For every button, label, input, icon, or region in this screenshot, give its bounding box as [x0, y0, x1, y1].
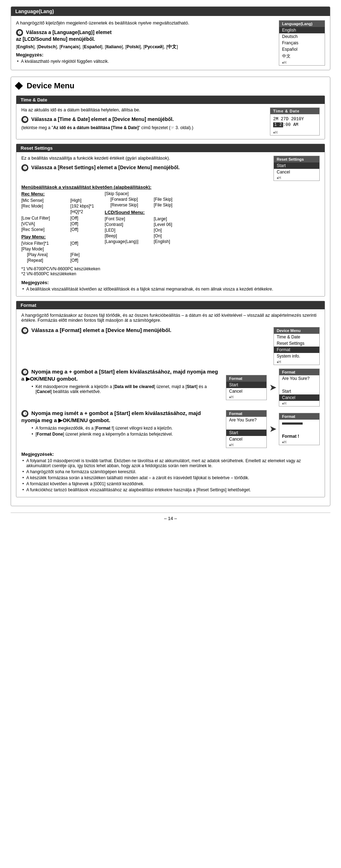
device-menu-title: Device Menu [16, 81, 325, 90]
skip-space-group: [Skip Space] [Forward Skip][File Skip] [… [105, 191, 176, 208]
lcd-val-5: [English] [154, 239, 170, 244]
reset-note-item: A beállítások visszaállítását követően a… [21, 287, 320, 292]
rec-row-3: [HQ]*2 [21, 209, 94, 214]
language-screen-cursor: ♦H [279, 60, 325, 65]
language-section-header: Language(Lang) [11, 7, 330, 16]
format-step2-circle: ❷ [21, 369, 28, 376]
play-row-1: [Voice Filter]*1[Off] [21, 241, 94, 246]
lcd-key-5: [Language(Lang)] [105, 239, 151, 244]
format-description: A hangrögzítő formázásakor az összes fáj… [21, 313, 320, 323]
time-date-text: Ha az aktuális idő és a dátum beállítása… [21, 107, 264, 130]
format-ays-title-1: Format [279, 369, 319, 375]
format-step3-title: ❸ Nyomja meg ismét a + gombot a [Start] … [21, 410, 220, 424]
format-step2-title: ❷ Nyomja meg a + gombot a [Start] elem k… [21, 369, 220, 382]
menu-defaults-title: Menübeállítások a visszaállítást követőe… [21, 184, 320, 190]
reset-settings-header: Reset Settings [16, 144, 325, 152]
format-body: A hangrögzítő formázásakor az összes fáj… [16, 309, 325, 497]
device-menu-body: Device Menu Time & Date Ha az aktuális i… [11, 77, 330, 506]
format-ays-title-2: Format [226, 410, 266, 417]
time-date-line1: 2M 27D 2010Y [273, 116, 316, 122]
lcd-val-2: [Level 06] [154, 222, 172, 227]
step1-circle: ❶ [16, 29, 23, 36]
format-step2-row: ❷ Nyomja meg a + gombot a [Start] elem k… [21, 369, 320, 407]
format-note-2: A hangrögzítőt soha ne formázza számítóg… [21, 469, 320, 474]
format-empty-1 [279, 427, 319, 433]
format-step1-circle: ❶ [21, 327, 28, 334]
rec-val-6: [Off] [70, 221, 78, 226]
language-step1-title: ❶ Válassza a [Language(Lang)] elemetaz [… [16, 29, 273, 42]
page: Language(Lang) A hangrögzítő kijelzőjén … [0, 0, 341, 527]
lcd-key-2: [Contrast] [105, 222, 151, 227]
forward-skip-key: [Forward Skip] [105, 197, 151, 202]
time-date-step1-note: (tekintse meg a "Az idő és a dátum beáll… [21, 125, 264, 130]
language-section-body: A hangrögzítő kijelzőjén megjelenő üzene… [11, 16, 330, 70]
time-date-description: Ha az aktuális idő és a dátum beállítása… [21, 107, 264, 112]
format-step2-text: ❷ Nyomja meg a + gombot a [Start] elem k… [21, 369, 220, 395]
format-ays-start-1: Start [279, 388, 319, 394]
format-progress-cursor: ♦H [279, 439, 319, 445]
format-ays-empty-1 [279, 382, 319, 388]
language-screen: Language(Lang) English Deutsch Français … [279, 20, 325, 66]
format-step3-row: ❸ Nyomja meg ismét a + gombot a [Start] … [21, 410, 320, 448]
format-start-screen: Format Start Cancel ♦H [226, 375, 267, 400]
rec-val-2: [192 kbps]*1 [70, 204, 94, 209]
time-date-step1-circle: ❶ [21, 116, 28, 123]
format-start-screen-title: Format [226, 375, 266, 382]
format-step2-label: Nyomja meg a + gombot a [Start] elem kiv… [21, 369, 218, 382]
time-date-layout: Ha az aktuális idő és a dátum beállítása… [21, 107, 320, 136]
rec-key-3 [21, 209, 67, 214]
format-step2-bullets: Két másodpercre megjelenik a kijelzőn a … [31, 384, 220, 394]
language-section: Language(Lang) A hangrögzítő kijelzőjén … [11, 6, 330, 70]
format-dm-item-2: Reset Settings [274, 340, 319, 347]
reset-settings-section: Reset Settings Ez a beállítás visszaállí… [16, 144, 325, 297]
time-date-step1: ❶ Válassza a [Time & Date] elemet a [Dev… [21, 116, 264, 123]
play-menu-title: Play Menu: [21, 234, 94, 239]
language-step1-detail: [English], [Deutsch], [Français], [Españ… [16, 44, 273, 50]
format-areyousure-screen-1: Format Are You Sure? Start Cancel ♦H [279, 369, 320, 407]
format-step3-circle: ❸ [21, 410, 28, 417]
format-dm-item-4: System info. [274, 353, 319, 359]
format-step1-text: ❶ Válassza a [Format] elemet a [Device M… [21, 327, 268, 336]
forward-skip-row: [Forward Skip][File Skip] [105, 197, 176, 202]
language-screen-title: Language(Lang) [279, 21, 325, 27]
format-step3-bullet-1: A formázás megkezdődik, és a [Format !] … [31, 426, 220, 431]
language-note-label: Megjegyzés: [16, 52, 273, 57]
play-key-4: [Repeat] [21, 258, 67, 263]
skip-space-row: [Skip Space] [105, 191, 176, 196]
footnote-2: *2 VN-8500PC készülékeken [21, 271, 320, 276]
format-header: Format [16, 301, 325, 309]
play-key-3: [Play Area] [21, 252, 67, 257]
reset-notes: A beállítások visszaállítását követően a… [21, 287, 320, 292]
reverse-skip-key: [Reverse Skip] [105, 203, 151, 208]
play-row-3: [Play Area][File] [21, 252, 94, 257]
format-progress-screen: Format Format ! ♦H [279, 413, 320, 445]
format-ays-text-2: Are You Sure? [226, 417, 266, 423]
play-row-4: [Repeat][Off] [21, 258, 94, 263]
format-start-item: Start [226, 382, 266, 388]
rec-key-7: [Rec Scene] [21, 227, 67, 232]
time-date-screen-title: Time & Date [270, 108, 319, 114]
lcd-row-3: [LED][On] [105, 228, 176, 233]
reset-layout: Ez a beállítás visszaállítja a funkciók … [21, 156, 320, 181]
reset-screen-item-cancel: Cancel [274, 169, 319, 175]
format-ays-cursor-2: ♦H [226, 442, 266, 448]
format-note-1: A folyamat 10 másodpercnél is tovább tar… [21, 458, 320, 468]
play-val-3: [File] [70, 252, 80, 257]
lcd-key-4: [Beep] [105, 233, 151, 238]
format-progress-bar [282, 422, 303, 425]
format-ays-cursor-1: ♦H [279, 401, 319, 406]
device-menu-section: Device Menu Time & Date Ha az aktuális i… [11, 77, 330, 506]
language-screen-item-1: Deutsch [279, 33, 325, 40]
reset-settings-body: Ez a beállítás visszaállítja a funkciók … [16, 152, 325, 296]
format-note-4: A formázást követően a fájlnevek a [0001… [21, 481, 320, 486]
language-text: A hangrögzítő kijelzőjén megjelenő üzene… [16, 20, 273, 65]
lcd-val-3: [On] [154, 228, 162, 233]
format-ays-text-1: Are You Sure? [279, 375, 319, 382]
lcd-col: [Skip Space] [Forward Skip][File Skip] [… [105, 191, 176, 264]
language-screen-item-2: Français [279, 40, 325, 46]
reset-screen-item-start: Start [274, 162, 319, 169]
time-date-screen: Time & Date 2M 27D 2010Y 1 2:00 AM ♦H [270, 107, 320, 136]
rec-row-1: [Mic Sense][High] [21, 198, 94, 203]
forward-skip-val: [File Skip] [154, 197, 173, 202]
time-date-step1-label: Válassza a [Time & Date] elemet a [Devic… [31, 116, 174, 122]
